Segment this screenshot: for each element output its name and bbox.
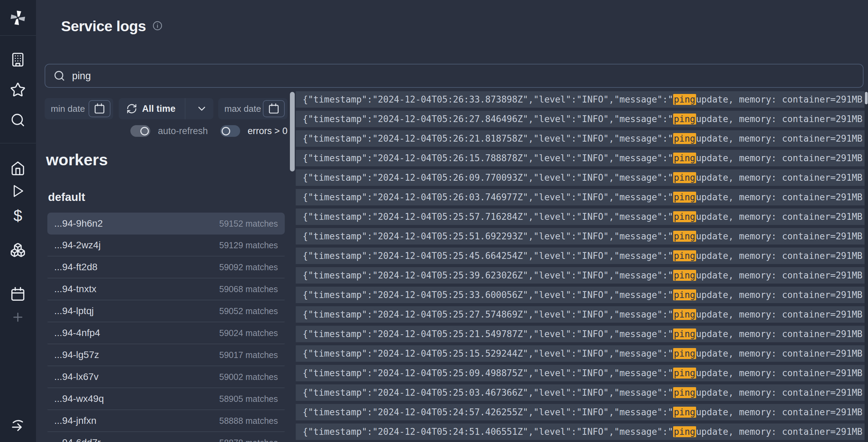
max-date-calendar-button[interactable]: [263, 100, 285, 117]
search-match-highlight: ping: [673, 94, 696, 105]
log-line[interactable]: {"timestamp":"2024-12-04T05:24:57.426255…: [296, 404, 868, 420]
log-line[interactable]: {"timestamp":"2024-12-04T05:26:33.873898…: [296, 91, 868, 108]
info-icon[interactable]: [152, 18, 163, 35]
log-line[interactable]: {"timestamp":"2024-12-04T05:26:09.770093…: [296, 169, 868, 186]
log-suffix: update, memory: container=291MB: [696, 290, 863, 300]
log-prefix: {"timestamp":": [303, 348, 378, 359]
log-scrollbar-left-thumb[interactable]: [290, 92, 295, 171]
log-prefix: {"timestamp":": [303, 290, 378, 300]
worker-id: ...94-4nfp4: [54, 327, 100, 338]
worker-row[interactable]: ...94-wx49q 58905 matches: [47, 388, 285, 410]
runs-play-icon[interactable]: [11, 184, 25, 198]
search-bar: [45, 64, 864, 88]
worker-row[interactable]: ...94-6dd7r 58878 matches: [47, 432, 285, 442]
log-prefix: {"timestamp":": [303, 153, 378, 163]
log-scrollbar-right-track[interactable]: [865, 91, 868, 442]
log-mid: ","level":"INFO","message":": [523, 192, 673, 202]
worker-row[interactable]: ...94-2wz4j 59129 matches: [47, 235, 285, 256]
log-suffix: update, memory: container=291MB: [696, 348, 863, 359]
log-line[interactable]: {"timestamp":"2024-12-04T05:25:39.623026…: [296, 267, 868, 284]
log-prefix: {"timestamp":": [303, 387, 378, 398]
log-timestamp: 2024-12-04T05:24:57.426255Z: [378, 407, 523, 417]
schedules-calendar-icon[interactable]: [10, 286, 26, 302]
max-date-field[interactable]: max date: [218, 98, 288, 119]
worker-id: ...94-lg57z: [54, 349, 99, 360]
worker-match-count: 59052 matches: [219, 306, 278, 316]
search-match-highlight: ping: [673, 368, 696, 379]
log-line[interactable]: {"timestamp":"2024-12-04T05:25:03.467366…: [296, 384, 868, 401]
log-line[interactable]: {"timestamp":"2024-12-04T05:25:45.664254…: [296, 248, 868, 264]
log-prefix: {"timestamp":": [303, 407, 378, 417]
log-line[interactable]: {"timestamp":"2024-12-04T05:25:09.498875…: [296, 365, 868, 381]
log-line[interactable]: {"timestamp":"2024-12-04T05:26:03.746977…: [296, 189, 868, 205]
log-prefix: {"timestamp":": [303, 172, 378, 183]
log-line[interactable]: {"timestamp":"2024-12-04T05:25:57.716284…: [296, 208, 868, 225]
worker-row[interactable]: ...94-9h6n2 59152 matches: [47, 213, 285, 235]
log-line[interactable]: {"timestamp":"2024-12-04T05:25:27.574869…: [296, 306, 868, 323]
search-match-highlight: ping: [673, 192, 696, 203]
search-match-highlight: ping: [673, 153, 696, 164]
worker-row[interactable]: ...94-lptqj 59052 matches: [47, 300, 285, 322]
log-mid: ","level":"INFO","message":": [523, 270, 673, 280]
search-match-highlight: ping: [673, 172, 696, 183]
search-match-highlight: ping: [673, 270, 696, 281]
log-suffix: update, memory: container=291MB: [696, 133, 863, 144]
log-line[interactable]: {"timestamp":"2024-12-04T05:25:33.600056…: [296, 287, 868, 303]
toggle-row: auto-refresh errors > 0: [45, 124, 288, 138]
log-suffix: update, memory: container=291MB: [696, 309, 863, 320]
time-range-dropdown[interactable]: [190, 103, 213, 115]
worker-match-count: 59017 matches: [219, 350, 278, 360]
search-icon[interactable]: [10, 112, 25, 128]
log-mid: ","level":"INFO","message":": [523, 329, 673, 339]
log-timestamp: 2024-12-04T05:26:03.746977Z: [378, 192, 523, 202]
log-prefix: {"timestamp":": [303, 251, 378, 261]
log-timestamp: 2024-12-04T05:26:15.788878Z: [378, 153, 523, 163]
log-suffix: update, memory: container=291MB: [696, 172, 863, 183]
log-line[interactable]: {"timestamp":"2024-12-04T05:25:15.529244…: [296, 345, 868, 362]
search-input[interactable]: [72, 70, 855, 82]
log-timestamp: 2024-12-04T05:24:51.406551Z: [378, 427, 523, 437]
errors-label: errors > 0: [248, 126, 288, 136]
log-timestamp: 2024-12-04T05:25:45.664254Z: [378, 251, 523, 261]
min-date-calendar-button[interactable]: [89, 100, 110, 117]
worker-row[interactable]: ...94-4nfp4 59024 matches: [47, 322, 285, 344]
sidebar-divider: [0, 35, 36, 36]
add-plus-icon[interactable]: [11, 310, 25, 324]
worker-row[interactable]: ...94-ft2d8 59092 matches: [47, 256, 285, 278]
variables-dollar-icon[interactable]: $: [13, 206, 22, 225]
log-mid: ","level":"INFO","message":": [523, 133, 673, 144]
worker-match-count: 59024 matches: [219, 328, 278, 338]
log-timestamp: 2024-12-04T05:25:39.623026Z: [378, 270, 523, 280]
workspace-building-icon[interactable]: [10, 52, 25, 67]
windmill-logo-icon[interactable]: [9, 9, 27, 27]
worker-row[interactable]: ...94-tnxtx 59068 matches: [47, 278, 285, 300]
log-line[interactable]: {"timestamp":"2024-12-04T05:26:15.788878…: [296, 150, 868, 166]
log-scrollbar-right-thumb[interactable]: [865, 92, 868, 104]
log-timestamp: 2024-12-04T05:25:15.529244Z: [378, 348, 523, 359]
time-range-button[interactable]: All time: [119, 98, 213, 119]
search-icon: [54, 70, 65, 82]
workers-heading: workers: [46, 150, 108, 169]
chevron-down-icon: [196, 103, 208, 115]
log-line[interactable]: {"timestamp":"2024-12-04T05:26:21.818758…: [296, 130, 868, 147]
home-icon[interactable]: [10, 161, 25, 176]
favorites-star-icon[interactable]: [10, 82, 26, 98]
log-line[interactable]: {"timestamp":"2024-12-04T05:25:51.692293…: [296, 228, 868, 244]
min-date-label: min date: [51, 104, 89, 114]
log-line[interactable]: {"timestamp":"2024-12-04T05:26:27.846496…: [296, 111, 868, 127]
worker-row[interactable]: ...94-lx67v 59002 matches: [47, 366, 285, 388]
log-timestamp: 2024-12-04T05:25:03.467366Z: [378, 387, 523, 398]
log-line[interactable]: {"timestamp":"2024-12-04T05:25:21.549787…: [296, 326, 868, 342]
collapse-arrow-icon[interactable]: [10, 417, 26, 433]
log-mid: ","level":"INFO","message":": [523, 290, 673, 300]
resources-boxes-icon[interactable]: [10, 242, 26, 258]
log-timestamp: 2024-12-04T05:26:27.846496Z: [378, 114, 523, 124]
worker-row[interactable]: ...94-lg57z 59017 matches: [47, 344, 285, 366]
log-mid: ","level":"INFO","message":": [523, 427, 673, 437]
worker-id: ...94-jnfxn: [54, 415, 96, 426]
worker-row[interactable]: ...94-jnfxn 58888 matches: [47, 410, 285, 432]
log-line[interactable]: {"timestamp":"2024-12-04T05:24:51.406551…: [296, 423, 868, 440]
errors-toggle[interactable]: [220, 125, 240, 137]
min-date-field[interactable]: min date: [45, 98, 113, 119]
auto-refresh-toggle[interactable]: [130, 125, 150, 137]
